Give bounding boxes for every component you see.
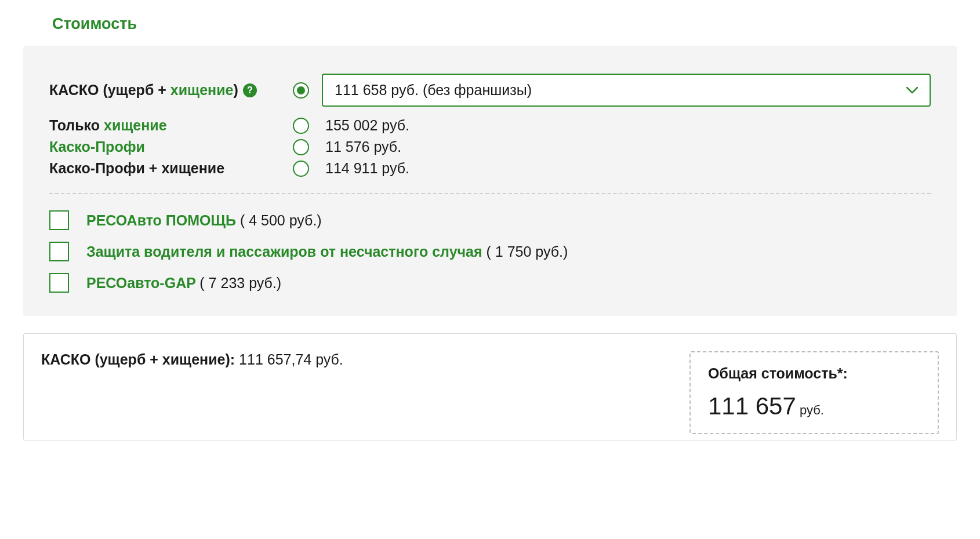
total-value: 111 657 <box>708 392 796 420</box>
select-value: 111 658 руб. (без франшизы) <box>335 82 532 99</box>
radio-kasko-profi-theft[interactable] <box>293 161 309 177</box>
label-text: Каско-Профи + хищение <box>49 160 224 177</box>
option-label-kasko-full: КАСКО (ущерб + хищение) ? <box>49 82 293 99</box>
radio-only-theft[interactable] <box>293 118 309 134</box>
page-title: Стоимость <box>0 0 980 46</box>
checkbox-reso-help[interactable] <box>49 210 69 230</box>
cost-panel: КАСКО (ущерб + хищение) ? 111 658 руб. (… <box>23 46 957 316</box>
option-row-only-theft: Только хищение 155 002 руб. <box>49 117 931 134</box>
label-text: ) <box>233 82 238 98</box>
checkbox-reso-gap[interactable] <box>49 273 69 293</box>
addon-row-reso-gap: РЕСОавто-GAP ( 7 233 руб.) <box>49 273 931 293</box>
option-row-kasko-profi-theft: Каско-Профи + хищение 114 911 руб. <box>49 160 931 177</box>
chevron-down-icon <box>906 87 918 94</box>
price-kasko-profi-theft: 114 911 руб. <box>325 160 409 177</box>
help-icon[interactable]: ? <box>243 83 257 97</box>
option-label-kasko-profi-theft: Каско-Профи + хищение <box>49 160 293 177</box>
franchise-select[interactable]: 111 658 руб. (без франшизы) <box>322 74 931 107</box>
label-text: КАСКО (ущерб + <box>49 82 170 98</box>
addon-row-passenger-protect: Защита водителя и пассажиров от несчастн… <box>49 242 931 261</box>
addon-name: РЕСОавто-GAP <box>86 275 195 291</box>
addon-price: ( 7 233 руб.) <box>199 275 281 291</box>
option-row-kasko-full: КАСКО (ущерб + хищение) ? 111 658 руб. (… <box>49 74 931 107</box>
summary-panel: КАСКО (ущерб + хищение): 111 657,74 руб.… <box>23 333 957 440</box>
total-label: Общая стоимость*: <box>708 365 912 382</box>
summary-line-value: 111 657,74 руб. <box>239 351 343 367</box>
summary-line: КАСКО (ущерб + хищение): 111 657,74 руб. <box>41 351 343 368</box>
divider <box>49 193 931 194</box>
addon-name: РЕСОАвто ПОМОЩЬ <box>86 212 236 228</box>
price-kasko-profi: 11 576 руб. <box>325 139 401 155</box>
addon-name: Защита водителя и пассажиров от несчастн… <box>86 243 482 260</box>
checkbox-passenger-protect[interactable] <box>49 242 69 261</box>
option-label-only-theft: Только хищение <box>49 117 293 134</box>
summary-line-label: КАСКО (ущерб + хищение): <box>41 351 239 367</box>
radio-kasko-full[interactable] <box>293 82 309 99</box>
radio-kasko-profi[interactable] <box>293 139 309 155</box>
price-only-theft: 155 002 руб. <box>325 117 409 134</box>
total-unit: руб. <box>796 403 824 417</box>
addon-text: РЕСОАвто ПОМОЩЬ ( 4 500 руб.) <box>86 212 322 229</box>
option-row-kasko-profi: Каско-Профи 11 576 руб. <box>49 139 931 155</box>
option-label-kasko-profi: Каско-Профи <box>49 139 293 155</box>
addon-price: ( 4 500 руб.) <box>240 212 322 228</box>
label-text: Каско-Профи <box>49 139 145 155</box>
total-box: Общая стоимость*: 111 657 руб. <box>689 351 939 434</box>
addon-row-reso-help: РЕСОАвто ПОМОЩЬ ( 4 500 руб.) <box>49 210 931 230</box>
addon-text: РЕСОавто-GAP ( 7 233 руб.) <box>86 275 281 292</box>
addon-price: ( 1 750 руб.) <box>487 243 568 260</box>
addon-text: Защита водителя и пассажиров от несчастн… <box>86 243 568 260</box>
label-highlight: хищение <box>170 82 234 98</box>
label-highlight: хищение <box>104 117 167 133</box>
label-text: Только <box>49 117 104 133</box>
